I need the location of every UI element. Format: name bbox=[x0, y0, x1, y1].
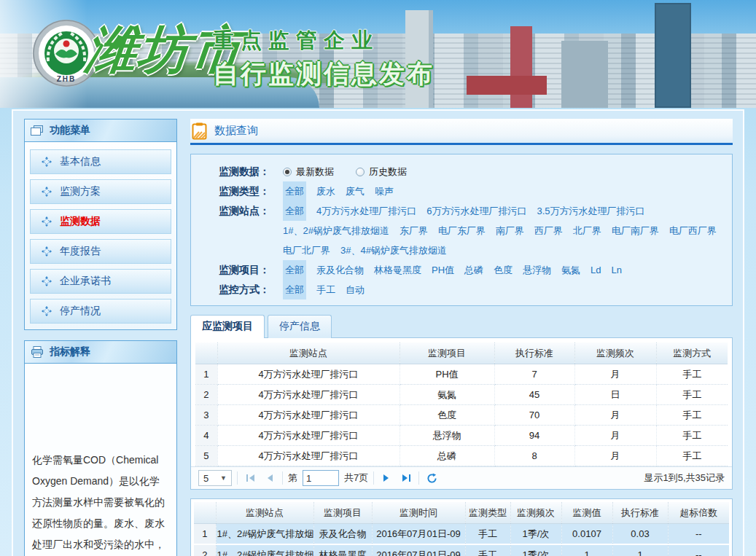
clipboard-icon bbox=[192, 122, 207, 140]
filter-option[interactable]: Ln bbox=[612, 260, 622, 280]
cell: 45 bbox=[494, 385, 574, 405]
filter-option[interactable]: PH值 bbox=[432, 260, 454, 280]
row-number: 1 bbox=[194, 524, 216, 545]
monitoring-items-tab-content: 监测站点监测项目执行标准监测频次监测方式14万方污水处理厂排污口PH值7月手工2… bbox=[190, 337, 733, 490]
filter-option[interactable]: Ld bbox=[591, 260, 601, 280]
table-row: 11#、2#锅炉废气排放烟道汞及化合物2016年07月01日-09手工1季/次0… bbox=[194, 524, 729, 545]
cell: 月 bbox=[574, 405, 656, 426]
filter-option[interactable]: 废气 bbox=[346, 181, 365, 201]
filter-option[interactable]: 电厂南厂界 bbox=[612, 221, 659, 240]
sidebar-item-4[interactable]: 年度报告 bbox=[30, 239, 171, 264]
records-summary: 显示1到5,共35记录 bbox=[644, 471, 725, 485]
tab-shutdown-info[interactable]: 停产信息 bbox=[268, 315, 332, 338]
first-page-icon[interactable] bbox=[243, 470, 257, 486]
sidebar-item-3[interactable]: 监测数据 bbox=[30, 209, 171, 234]
sidebar-item-1[interactable]: 基本信息 bbox=[30, 149, 171, 174]
filter-option[interactable]: 6万方污水处理厂排污口 bbox=[426, 201, 526, 221]
radio-icon bbox=[283, 168, 292, 176]
filter-row-monitor-item: 监测项目：全部汞及化合物林格曼黑度PH值总磷色度悬浮物氨氮LdLn bbox=[219, 260, 725, 280]
sidebar-item-5[interactable]: 企业承诺书 bbox=[30, 269, 171, 294]
pager-divider bbox=[237, 471, 238, 485]
filter-option[interactable]: 氨氮 bbox=[561, 260, 580, 280]
filter-option[interactable]: 西厂界 bbox=[534, 221, 563, 240]
cell: 色度 bbox=[400, 405, 494, 426]
filter-option[interactable]: 3.5万方污水处理厂排污口 bbox=[537, 201, 644, 221]
filter-option[interactable]: 1#、2#锅炉废气排放烟道 bbox=[283, 221, 389, 240]
building-shape bbox=[467, 76, 547, 95]
row-number: 1 bbox=[195, 364, 217, 385]
filter-options: 全部手工自动 bbox=[283, 280, 725, 299]
filter-option[interactable]: 电厂东厂界 bbox=[438, 221, 486, 240]
pager-divider bbox=[282, 471, 283, 485]
column-header: 监测值 bbox=[561, 502, 612, 524]
pager-divider bbox=[373, 471, 374, 485]
indicator-panel: 指标解释 化学需氧量COD（Chemical Oxygen Demand）是以化… bbox=[24, 340, 177, 556]
logo-text: ZHB bbox=[57, 75, 77, 83]
page-title: 数据查询 bbox=[214, 124, 258, 138]
folder-icon bbox=[31, 125, 44, 136]
filter-option[interactable]: 3#、4#锅炉废气排放烟道 bbox=[340, 240, 447, 260]
table-row: 34万方污水处理厂排污口色度70月手工 bbox=[195, 405, 728, 426]
page-size-value: 5 bbox=[203, 473, 209, 484]
cell: 2016年07月01日-09 bbox=[372, 524, 465, 545]
filter-options: 全部汞及化合物林格曼黑度PH值总磷色度悬浮物氨氮LdLn bbox=[283, 260, 725, 280]
filter-option[interactable]: 全部 bbox=[283, 201, 306, 221]
table-row: 24万方污水处理厂排污口氨氮45日手工 bbox=[195, 385, 728, 405]
table-row: 14万方污水处理厂排污口PH值7月手工 bbox=[195, 364, 728, 385]
tab-monitor-items[interactable]: 应监测项目 bbox=[190, 315, 265, 338]
next-page-icon[interactable] bbox=[379, 470, 394, 486]
filter-label: 监控方式： bbox=[219, 280, 283, 299]
cell: 4万方污水处理厂排污口 bbox=[217, 364, 400, 385]
refresh-icon[interactable] bbox=[424, 470, 439, 486]
column-header: 监测站点 bbox=[216, 502, 313, 524]
indicator-explanation-text: 化学需氧量COD（Chemical Oxygen Demand）是以化学方法测量… bbox=[32, 364, 169, 556]
cell: 1 bbox=[561, 544, 612, 556]
table-header-row: 监测站点监测项目监测时间监测类型监测频次监测值执行标准超标倍数 bbox=[194, 502, 729, 524]
filter-option[interactable]: 东厂界 bbox=[400, 221, 428, 240]
sidebar-item-2[interactable]: 监测方案 bbox=[30, 179, 171, 204]
filter-option[interactable]: 林格曼黑度 bbox=[374, 260, 421, 280]
table-row: 44万方污水处理厂排污口悬浮物94月手工 bbox=[195, 426, 728, 446]
column-header bbox=[194, 502, 216, 524]
filter-option[interactable]: 电厂北厂界 bbox=[283, 240, 330, 260]
filter-option[interactable]: 汞及化合物 bbox=[316, 260, 364, 280]
filter-option[interactable]: 手工 bbox=[316, 280, 335, 299]
sidebar-item-label: 监测数据 bbox=[60, 215, 101, 228]
prev-page-icon[interactable] bbox=[262, 470, 277, 486]
filter-option[interactable]: 北厂界 bbox=[573, 221, 601, 240]
radio-history-data[interactable]: 历史数据 bbox=[356, 162, 407, 181]
cell: 手工 bbox=[656, 385, 728, 405]
column-header: 监测时间 bbox=[372, 502, 465, 524]
cell: 0.0107 bbox=[561, 524, 612, 545]
radio-label: 最新数据 bbox=[296, 162, 334, 181]
cell: -- bbox=[668, 524, 729, 545]
filter-option[interactable]: 色度 bbox=[494, 260, 513, 280]
filter-option[interactable]: 全部 bbox=[283, 181, 306, 201]
cell: 1#、2#锅炉废气排放烟道 bbox=[216, 524, 313, 545]
table-header-row: 监测站点监测项目执行标准监测频次监测方式 bbox=[195, 342, 728, 364]
filter-option[interactable]: 全部 bbox=[283, 280, 306, 299]
filter-option[interactable]: 废水 bbox=[316, 181, 335, 201]
cell: 4万方污水处理厂排污口 bbox=[217, 405, 400, 426]
function-menu-panel: 功能菜单 基本信息监测方案监测数据年度报告企业承诺书停产情况 bbox=[24, 119, 177, 330]
filter-option[interactable]: 4万方污水处理厂排污口 bbox=[316, 201, 416, 221]
filter-option[interactable]: 全部 bbox=[283, 260, 306, 280]
page-size-select[interactable]: 5 ▼ bbox=[198, 470, 232, 486]
column-header: 超标倍数 bbox=[668, 502, 729, 524]
radio-latest-data[interactable]: 最新数据 bbox=[283, 162, 334, 181]
last-page-icon[interactable] bbox=[399, 470, 413, 486]
page-number-input[interactable] bbox=[303, 470, 339, 486]
sidebar-item-label: 停产情况 bbox=[60, 305, 101, 318]
filter-option[interactable]: 噪声 bbox=[375, 181, 394, 201]
filter-option[interactable]: 电厂西厂界 bbox=[669, 221, 717, 240]
radio-group: 最新数据历史数据 bbox=[283, 162, 725, 181]
function-menu-title: 功能菜单 bbox=[50, 124, 90, 137]
column-header: 执行标准 bbox=[612, 502, 668, 524]
filter-option[interactable]: 南厂界 bbox=[496, 221, 524, 240]
filter-option[interactable]: 悬浮物 bbox=[523, 260, 551, 280]
sidebar-item-6[interactable]: 停产情况 bbox=[30, 299, 171, 324]
filter-option[interactable]: 总磷 bbox=[464, 260, 483, 280]
cell: 总磷 bbox=[400, 446, 494, 466]
move-arrows-icon bbox=[42, 216, 52, 227]
filter-option[interactable]: 自动 bbox=[346, 280, 365, 299]
